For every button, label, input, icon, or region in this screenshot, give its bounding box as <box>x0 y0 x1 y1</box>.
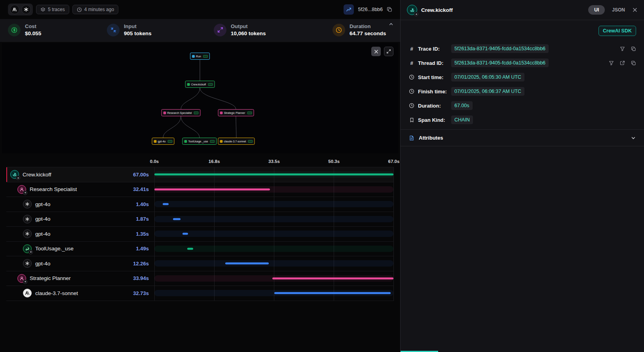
external-link-icon[interactable] <box>620 61 625 66</box>
span-duration: 32.41s <box>133 186 149 192</box>
anthropic-logo-icon <box>10 5 19 14</box>
tick-label: 50.3s <box>328 159 340 164</box>
tool-icon <box>23 244 32 253</box>
graph-node-run[interactable]: Run <box>190 53 210 60</box>
tick-label: 16.8s <box>209 159 220 164</box>
timeline-row-research-specialist[interactable]: Research Specialist 32.41s <box>6 182 394 197</box>
timeline-row-toolusage[interactable]: ToolUsage._use 1.49s <box>6 241 394 256</box>
chevron-down-icon[interactable] <box>631 135 636 141</box>
field-label: Finish time: <box>418 89 448 95</box>
graph-node-research-specialist[interactable]: Research Specialist <box>161 109 201 116</box>
copy-icon[interactable] <box>387 7 392 12</box>
filter-icon[interactable] <box>620 46 625 51</box>
span-duration: 67.00s <box>133 172 149 178</box>
timeline-chart-cell[interactable] <box>154 242 394 256</box>
timeline-chart-cell[interactable] <box>154 167 394 182</box>
openai-icon <box>23 215 32 223</box>
timeline-chart-cell[interactable] <box>154 182 394 197</box>
sdk-subbadge-icon <box>414 12 418 16</box>
trend-chart-button[interactable] <box>344 4 354 15</box>
timeline-chart-cell[interactable] <box>154 286 394 301</box>
bookmark-icon <box>408 117 415 123</box>
timeline-chart-cell[interactable] <box>154 197 394 212</box>
span-duration: 32.73s <box>133 290 149 296</box>
clock-icon <box>408 74 415 80</box>
timeline-row-gpt-4o[interactable]: gpt-4o 1.35s <box>6 226 394 241</box>
cost-label: Cost <box>25 23 41 29</box>
timeline-chart-cell[interactable] <box>154 227 394 241</box>
span-bar <box>163 203 168 205</box>
span-track <box>154 201 393 207</box>
graph-node-crew-kickoff[interactable]: Crew.kickoff <box>185 81 215 88</box>
timeline-row-claude[interactable]: claude-3.7-sonnet 32.73s <box>6 286 394 301</box>
node-color-square <box>163 112 166 114</box>
node-duration-pill <box>208 83 213 86</box>
graph-fullscreen-button[interactable] <box>384 47 393 56</box>
agent-icon <box>17 185 26 194</box>
thread-id-value[interactable]: 5f2613da-8371-9405-fcdd-0a1534cc8bb6 <box>451 59 549 67</box>
timeline-row-gpt-4o[interactable]: gpt-4o 12.26s <box>6 256 394 271</box>
span-duration: 1.87s <box>136 216 149 222</box>
input-value: 905 tokens <box>124 30 152 36</box>
node-label: gpt-4o <box>158 140 166 143</box>
span-duration: 1.35s <box>136 231 149 237</box>
timeline-row-gpt-4o[interactable]: gpt-4o 1.87s <box>6 212 394 227</box>
sdk-badge[interactable]: CrewAI SDK <box>598 26 636 36</box>
graph-node-toolusage[interactable]: ToolUsage._use <box>182 138 217 145</box>
copy-icon[interactable] <box>631 46 636 51</box>
graph-node-gpt-4o[interactable]: gpt-4o <box>152 138 175 145</box>
duration-label: Duration <box>350 23 386 29</box>
field-start-time: Start time: 07/01/2025, 06:05:30 AM UTC <box>408 70 636 84</box>
field-label: Duration: <box>418 103 448 109</box>
sdk-subbadge-icon <box>28 250 33 254</box>
node-duration-pill <box>247 112 252 114</box>
field-label: Start time: <box>418 74 448 80</box>
timeline-row-crew-kickoff[interactable]: Crew.kickoff 67.00s <box>6 167 394 182</box>
trace-timeline: 0.0s 16.8s 33.5s 50.3s 67.0s Crew.kickof… <box>0 153 400 301</box>
dollar-icon <box>8 24 21 36</box>
stats-strip: Cost $0.055 Input 905 tokens Output 10,0… <box>0 19 400 42</box>
tab-json[interactable]: JSON <box>612 7 625 13</box>
field-thread-id: # Thread ID: 5f2613da-8371-9405-fcdd-0a1… <box>408 56 636 70</box>
graph-node-claude[interactable]: claude-3.7-sonnet <box>218 138 255 145</box>
tab-ui[interactable]: UI <box>588 5 605 15</box>
field-trace-id: # Trace ID: 5f2613da-8371-9405-fcdd-0a15… <box>408 42 636 56</box>
timeline-chart-cell[interactable] <box>154 271 394 286</box>
close-icon[interactable] <box>632 7 638 13</box>
span-name: gpt-4o <box>35 231 50 237</box>
timeline-row-gpt-4o[interactable]: gpt-4o 1.40s <box>6 197 394 212</box>
span-name: claude-3.7-sonnet <box>35 290 78 296</box>
hash-icon: # <box>408 60 415 66</box>
span-duration: 1.40s <box>136 201 149 207</box>
span-duration: 12.26s <box>133 261 149 267</box>
output-label: Output <box>231 23 266 29</box>
timeline-chart-cell[interactable] <box>154 256 394 271</box>
stat-input: Input 905 tokens <box>107 23 214 36</box>
traces-count-badge[interactable]: 5 traces <box>36 5 69 14</box>
span-name: gpt-4o <box>35 216 50 222</box>
field-label: Thread ID: <box>418 60 448 66</box>
timeline-chart-cell[interactable] <box>154 212 394 227</box>
tick-label: 67.0s <box>388 159 400 164</box>
divider <box>401 146 644 146</box>
filter-icon[interactable] <box>609 61 614 66</box>
trace-id-value[interactable]: 5f2613da-8371-9405-fcdd-0a1534cc8bb6 <box>451 44 549 53</box>
attributes-section-toggle[interactable]: Attributes <box>401 130 644 146</box>
timeline-row-strategic-planner[interactable]: Strategic Planner 33.94s <box>6 271 394 286</box>
span-track <box>154 260 393 267</box>
time-ago-badge: 4 minutes ago <box>72 5 118 14</box>
openai-icon <box>23 259 32 268</box>
finish-time-value: 07/01/2025, 06:06:37 AM UTC <box>451 87 524 96</box>
copy-icon[interactable] <box>631 61 636 66</box>
node-duration-pill <box>167 140 172 143</box>
graph-close-button[interactable] <box>371 47 381 56</box>
span-name: Strategic Planner <box>30 275 71 281</box>
tick-label: 0.0s <box>150 159 159 164</box>
clock-icon <box>77 7 82 12</box>
execution-graph[interactable]: Run Crew.kickoff Research Specialist Str… <box>2 43 398 153</box>
collapse-chevron-icon[interactable] <box>388 21 394 27</box>
sdk-subbadge-icon <box>16 176 20 180</box>
field-label: Trace ID: <box>418 46 448 52</box>
sdk-subbadge-icon <box>23 191 27 195</box>
graph-node-strategic-planner[interactable]: Strategic Planner <box>218 109 254 116</box>
